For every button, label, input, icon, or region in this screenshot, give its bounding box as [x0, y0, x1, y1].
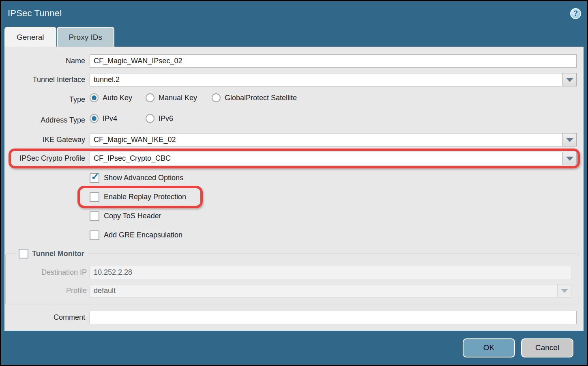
ok-button[interactable]: OK	[463, 338, 515, 357]
ike-gateway-input[interactable]	[90, 133, 563, 146]
name-row: Name	[4, 54, 584, 68]
address-type-row: Address Type IPv4 IPv6	[4, 112, 584, 128]
general-tab-panel: Name Tunnel Interface Type	[4, 47, 584, 331]
ipsec-crypto-profile-label: IPSec Crypto Profile	[4, 154, 85, 163]
radio-icon	[146, 93, 155, 102]
ike-gateway-label: IKE Gateway	[4, 136, 85, 144]
comment-label: Comment	[4, 313, 85, 322]
destination-ip-row: Destination IP	[6, 266, 571, 279]
enable-replay-protection-row: Enable Replay Protection	[90, 192, 584, 202]
tab-proxy-ids[interactable]: Proxy IDs	[57, 27, 114, 47]
tunnel-monitor-checkbox[interactable]	[19, 249, 28, 258]
type-row: Type Auto Key Manual Key GlobalProtect S…	[4, 92, 584, 107]
radio-icon-selected	[90, 114, 99, 123]
tunnel-monitor-group: Tunnel Monitor Destination IP Profile	[5, 249, 579, 304]
add-gre-encapsulation-checkbox[interactable]	[90, 230, 99, 240]
ipsec-crypto-profile-row: IPSec Crypto Profile	[4, 152, 584, 165]
destination-ip-label: Destination IP	[6, 268, 87, 277]
name-label: Name	[4, 57, 85, 65]
dialog-titlebar: IPSec Tunnel ?	[1, 1, 587, 26]
comment-row: Comment	[4, 311, 584, 324]
radio-icon	[146, 114, 155, 123]
tab-general[interactable]: General	[4, 27, 56, 47]
radio-icon-selected	[90, 93, 99, 102]
checkmark-icon: ✓	[91, 171, 100, 182]
chevron-down-icon	[566, 138, 573, 142]
type-label: Type	[4, 95, 85, 104]
radio-auto-key[interactable]: Auto Key	[90, 93, 146, 102]
name-input[interactable]	[90, 54, 577, 68]
dialog-title: IPSec Tunnel	[8, 8, 62, 19]
add-gre-encapsulation-row: Add GRE Encapsulation	[90, 230, 584, 241]
tunnel-interface-label: Tunnel Interface	[4, 75, 85, 84]
ipsec-tunnel-dialog: IPSec Tunnel ? General Proxy IDs Name Tu…	[0, 0, 588, 366]
radio-icon	[212, 93, 221, 102]
ike-gateway-dropdown-button[interactable]	[562, 133, 577, 146]
profile-row: Profile	[6, 284, 571, 297]
radio-ipv6[interactable]: IPv6	[146, 114, 173, 123]
tunnel-interface-dropdown-button[interactable]	[562, 73, 577, 86]
radio-manual-key[interactable]: Manual Key	[146, 93, 212, 102]
enable-replay-protection-checkbox[interactable]	[90, 192, 99, 202]
profile-label: Profile	[6, 286, 87, 295]
profile-dropdown-button	[557, 284, 571, 297]
chevron-down-icon	[561, 289, 568, 293]
ike-gateway-row: IKE Gateway	[4, 133, 584, 146]
tunnel-interface-input[interactable]	[90, 73, 563, 86]
tab-bar: General Proxy IDs	[1, 26, 587, 47]
copy-tos-header-checkbox[interactable]	[90, 211, 99, 221]
comment-input[interactable]	[90, 311, 577, 324]
profile-input	[90, 284, 558, 297]
ipsec-crypto-profile-dropdown-button[interactable]	[562, 152, 577, 165]
copy-tos-header-row: Copy ToS Header	[90, 211, 584, 222]
chevron-down-icon	[566, 157, 573, 161]
chevron-down-icon	[566, 78, 573, 82]
address-type-label: Address Type	[4, 116, 85, 125]
show-advanced-options-checkbox[interactable]: ✓	[90, 173, 99, 183]
dialog-footer: OK Cancel	[1, 331, 587, 365]
radio-ipv4[interactable]: IPv4	[90, 114, 146, 123]
tunnel-monitor-legend: Tunnel Monitor	[15, 249, 88, 258]
help-icon[interactable]: ?	[570, 8, 581, 19]
show-advanced-options-row: ✓ Show Advanced Options	[90, 172, 584, 183]
tunnel-interface-row: Tunnel Interface	[4, 73, 584, 86]
destination-ip-input	[90, 266, 571, 279]
ipsec-crypto-profile-input[interactable]	[90, 152, 563, 165]
radio-globalprotect-satellite[interactable]: GlobalProtect Satellite	[212, 93, 297, 102]
cancel-button[interactable]: Cancel	[521, 338, 573, 357]
